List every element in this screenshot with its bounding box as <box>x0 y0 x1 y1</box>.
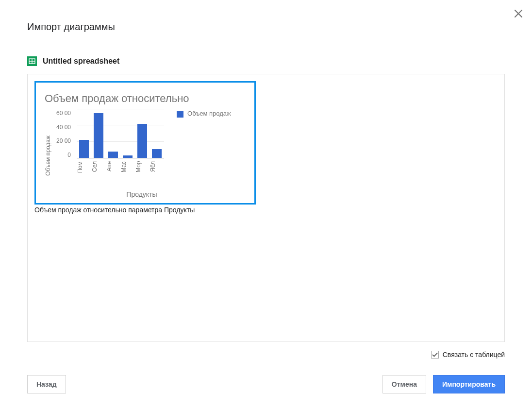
y-tick: 0 <box>56 152 71 158</box>
chart-legend: Объем продаж <box>177 110 231 182</box>
plot-column: ПомСелАпеМасМорЯбл <box>77 110 164 182</box>
legend-label: Объем продаж <box>187 110 231 118</box>
link-checkbox-label: Связать с таблицей <box>443 351 505 359</box>
y-axis-ticks: 60 00 40 00 20 00 0 <box>56 110 72 158</box>
chart-body: Объем продаж 60 00 40 00 20 00 0 ПомСелА… <box>45 110 246 182</box>
import-chart-dialog: Импорт диаграммы Untitled spreadsheet Об… <box>0 0 532 410</box>
chart-bar <box>123 155 133 158</box>
x-tick: Пом <box>77 161 91 182</box>
chart-thumbnail[interactable]: Объем продаж относительно Объем продаж 6… <box>34 81 256 205</box>
link-to-spreadsheet-row: Связать с таблицей <box>431 351 505 359</box>
close-icon[interactable] <box>513 8 524 19</box>
legend-swatch-icon <box>177 111 183 118</box>
x-tick: Ябл <box>150 161 164 182</box>
y-tick: 40 00 <box>56 124 71 131</box>
dialog-title: Импорт диаграммы <box>27 21 115 33</box>
import-button[interactable]: Импортировать <box>433 375 505 393</box>
chart-preview-title: Объем продаж относительно <box>45 92 246 105</box>
spreadsheet-name: Untitled spreadsheet <box>43 57 119 66</box>
chart-bar <box>152 149 162 158</box>
x-axis-ticks: ПомСелАпеМасМорЯбл <box>77 161 164 182</box>
x-tick: Сел <box>91 161 106 182</box>
x-tick: Апе <box>106 161 120 182</box>
y-tick: 20 00 <box>56 137 71 144</box>
file-row: Untitled spreadsheet <box>27 56 119 66</box>
chart-selection-area: Объем продаж относительно Объем продаж 6… <box>27 74 505 342</box>
chart-bar <box>79 140 89 158</box>
cancel-button[interactable]: Отмена <box>382 375 426 393</box>
chart-bar <box>94 113 103 158</box>
x-tick: Мас <box>120 161 135 182</box>
plot-area <box>77 110 164 158</box>
back-button[interactable]: Назад <box>27 375 66 393</box>
chart-bar <box>137 124 147 158</box>
x-tick: Мор <box>135 161 150 182</box>
x-axis-label: Продукты <box>74 190 210 198</box>
chart-bar <box>108 152 118 158</box>
link-checkbox[interactable] <box>431 351 439 359</box>
button-row: Назад Отмена Импортировать <box>27 375 505 393</box>
chart-caption: Объем продаж относительно параметра Прод… <box>34 205 256 214</box>
y-axis-label: Объем продаж <box>45 116 51 176</box>
svg-rect-4 <box>431 351 438 359</box>
sheets-icon <box>27 56 37 66</box>
legend-row: Объем продаж <box>177 110 231 118</box>
y-tick: 60 00 <box>56 110 71 117</box>
